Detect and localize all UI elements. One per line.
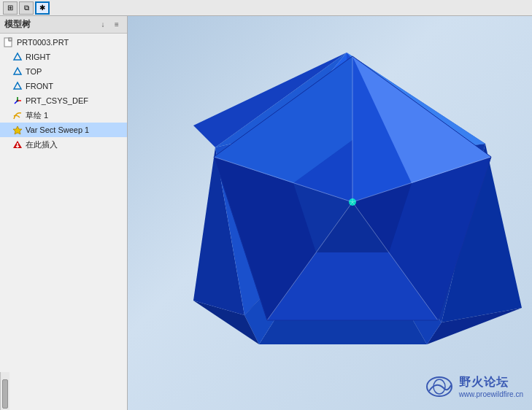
insert-icon (12, 139, 23, 150)
menu-icon[interactable]: ≡ (111, 19, 123, 31)
plane-icon-right (12, 51, 23, 63)
tree-item-sketch[interactable]: 草绘 1 (0, 108, 127, 123)
tree-content: PRT0003.PRT RIGHT TOP (0, 34, 127, 372)
grid-button[interactable]: ⊞ (3, 1, 18, 15)
svg-point-47 (427, 377, 452, 396)
tree-label-csys: PRT_CSYS_DEF (26, 96, 88, 105)
watermark-url: www.proewildfire.cn (459, 390, 523, 398)
tree-item-insert[interactable]: 在此插入 (0, 137, 127, 152)
star-button[interactable]: ✱ (35, 1, 50, 15)
tree-label-prt0003: PRT0003.PRT (17, 38, 69, 47)
watermark-logo-icon (425, 375, 453, 398)
file-icon (3, 36, 15, 48)
svg-point-48 (433, 379, 445, 394)
filter-icon[interactable]: ↓ (97, 19, 109, 31)
panel-header-icons: ↓ ≡ (97, 19, 123, 31)
tree-label-insert: 在此插入 (26, 139, 58, 150)
tree-label-right: RIGHT (26, 53, 50, 61)
tree-item-csys[interactable]: PRT_CSYS_DEF (0, 93, 127, 108)
plane-icon-top (12, 66, 23, 77)
tree-label-front: FRONT (26, 82, 53, 90)
watermark-title: 野火论坛 (459, 375, 523, 390)
watermark-text: 野火论坛 www.proewildfire.cn (459, 375, 523, 398)
tree-item-front[interactable]: FRONT (0, 79, 127, 93)
plane-icon-front (12, 80, 23, 92)
tree-item-varsect[interactable]: Var Sect Sweep 1 (0, 123, 127, 137)
main-area: 模型树 ↓ ≡ PRT0003.PRT (0, 16, 532, 410)
scrollbar-thumb[interactable] (2, 379, 8, 409)
panel-header: 模型树 ↓ ≡ (0, 16, 127, 34)
watermark: 野火论坛 www.proewildfire.cn (425, 375, 523, 398)
tree-label-top: TOP (26, 67, 42, 76)
viewport: 野火论坛 www.proewildfire.cn (128, 16, 532, 410)
tree-item-top[interactable]: TOP (0, 64, 127, 79)
panel-title: 模型树 (4, 18, 31, 31)
tree-item-prt0003[interactable]: PRT0003.PRT (0, 35, 127, 50)
csys-icon (12, 95, 23, 107)
tree-label-varsect: Var Sect Sweep 1 (26, 125, 89, 134)
svg-rect-1 (9, 38, 12, 41)
left-scrollbar[interactable] (0, 372, 9, 410)
svg-marker-8 (13, 126, 22, 134)
svg-point-7 (17, 100, 19, 102)
top-toolbar: ⊞ ⧉ ✱ (0, 0, 532, 16)
sketch-icon (12, 109, 23, 121)
tree-label-sketch: 草绘 1 (26, 110, 48, 121)
left-panel: 模型树 ↓ ≡ PRT0003.PRT (0, 16, 128, 410)
sweep-icon (12, 124, 23, 136)
tree-item-right[interactable]: RIGHT (0, 50, 127, 64)
star-3d (171, 31, 532, 366)
copy-button[interactable]: ⧉ (19, 1, 34, 15)
